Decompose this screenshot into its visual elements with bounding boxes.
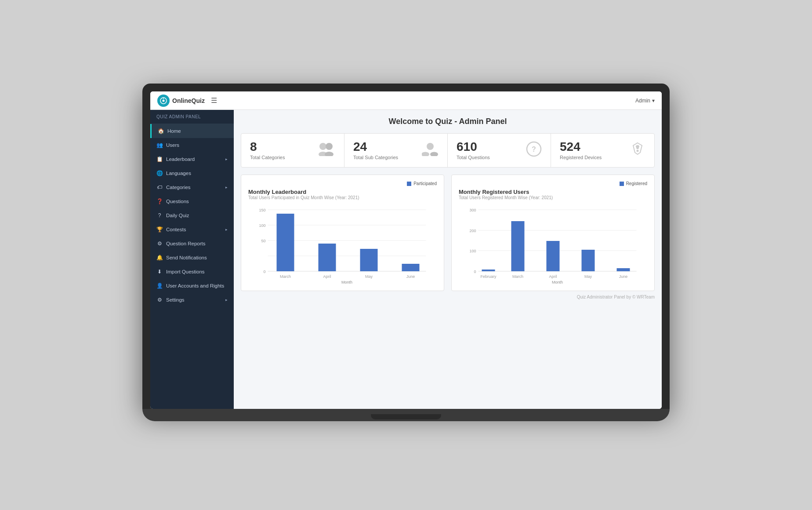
sidebar-item-settings-left: ⚙ Settings (156, 297, 185, 303)
svg-text:100: 100 (259, 223, 265, 228)
stat-number-questions: 610 (457, 141, 490, 153)
stat-label-categories: Total Categories (250, 155, 285, 160)
leaderboard-icon: 📋 (156, 156, 163, 162)
leaderboard-chart-svg: 150 100 50 0 (248, 205, 437, 284)
app-name: OnlineQuiz (172, 97, 205, 104)
settings-icon: ⚙ (156, 297, 163, 303)
admin-label: Admin (635, 98, 650, 104)
contests-arrow: ▸ (225, 227, 228, 232)
content-area: Welcome to Quiz - Admin Panel 8 Total Ca… (234, 110, 662, 409)
admin-menu[interactable]: Admin ▾ (635, 98, 655, 104)
legend-label-participated: Participated (413, 181, 437, 186)
sidebar-item-user-accounts-left: 👤 User Accounts and Rights (156, 283, 224, 289)
sidebar-item-categories[interactable]: 🏷 Categories ▸ (150, 180, 234, 194)
chart-title-leaderboard: Monthly Leaderboard (248, 189, 437, 195)
hamburger-icon[interactable]: ☰ (211, 96, 217, 105)
svg-text:300: 300 (469, 208, 476, 212)
daily-quiz-icon: ? (156, 212, 163, 219)
svg-point-7 (427, 143, 434, 150)
laptop-base (142, 409, 670, 421)
sidebar-item-languages-left: 🌐 Languages (156, 170, 191, 176)
stat-icon-devices (630, 141, 645, 160)
sidebar-item-leaderboard[interactable]: 📋 Leaderboard ▸ (150, 152, 234, 166)
stat-icon-categories (319, 142, 335, 159)
sidebar-header: Quiz Admin Panel (150, 110, 234, 124)
svg-text:June: June (619, 274, 628, 279)
sidebar-item-question-reports-left: ⚙ Question Reports (156, 240, 206, 247)
bar-march (277, 214, 294, 271)
sidebar-label-question-reports: Question Reports (166, 241, 206, 246)
sidebar-item-send-notifications[interactable]: 🔔 Send Notifications (150, 251, 234, 265)
sidebar-item-user-accounts[interactable]: 👤 User Accounts and Rights (150, 279, 234, 293)
sidebar-item-contests[interactable]: 🏆 Contests ▸ (150, 222, 234, 237)
svg-point-8 (422, 152, 429, 156)
charts-row: Participated Monthly Leaderboard Total U… (241, 175, 655, 291)
logo-icon (157, 95, 170, 107)
svg-point-1 (163, 99, 165, 102)
logo-area: OnlineQuiz (157, 95, 205, 107)
sidebar-label-leaderboard: Leaderboard (166, 157, 195, 162)
svg-text:February: February (480, 274, 497, 279)
import-questions-icon: ⬇ (156, 269, 163, 275)
settings-arrow: ▸ (225, 298, 228, 302)
sidebar-item-categories-left: 🏷 Categories (156, 184, 191, 190)
sidebar-label-categories: Categories (166, 185, 191, 190)
chart-area-registered: 300 200 100 0 (459, 205, 647, 284)
sidebar-item-settings[interactable]: ⚙ Settings ▸ (150, 293, 234, 307)
chart-subtitle-registered: Total Users Registered Month Wise (Year:… (459, 195, 647, 200)
bar-may-reg (582, 250, 595, 271)
bar-june (402, 264, 420, 271)
main-layout: Quiz Admin Panel 🏠 Home 👥 Users (150, 110, 662, 409)
bar-april-reg (547, 241, 560, 271)
page-title: Welcome to Quiz - Admin Panel (241, 117, 655, 126)
stat-label-devices: Registered Devices (560, 155, 602, 160)
sidebar-item-users[interactable]: 👥 Users (150, 138, 234, 152)
stat-icon-sub-categories (422, 142, 439, 159)
svg-text:March: March (280, 274, 291, 279)
categories-icon: 🏷 (156, 184, 163, 190)
svg-text:March: March (512, 274, 523, 279)
sidebar-label-users: Users (166, 142, 179, 148)
chart-card-leaderboard: Participated Monthly Leaderboard Total U… (241, 175, 444, 291)
sidebar-item-send-notifications-left: 🔔 Send Notifications (156, 255, 207, 261)
user-accounts-icon: 👤 (156, 283, 163, 289)
svg-point-9 (430, 152, 438, 156)
stat-number-sub-categories: 24 (353, 141, 398, 153)
chart-legend-leaderboard: Participated (248, 181, 437, 186)
top-navbar: OnlineQuiz ☰ Admin ▾ (150, 91, 662, 110)
sidebar-label-contests: Contests (166, 227, 186, 232)
sidebar-item-questions[interactable]: ❓ Questions (150, 194, 234, 208)
stat-icon-questions: ? (526, 141, 542, 160)
svg-text:June: June (406, 274, 415, 279)
app-container: OnlineQuiz ☰ Admin ▾ Quiz Admin Panel (150, 91, 662, 409)
bar-may (360, 249, 378, 271)
sidebar-item-daily-quiz[interactable]: ? Daily Quiz (150, 208, 234, 222)
stat-label-questions: Total Questions (457, 155, 490, 160)
svg-text:0: 0 (263, 270, 265, 274)
sidebar-item-contests-left: 🏆 Contests (156, 226, 186, 233)
sidebar-item-languages[interactable]: 🌐 Languages (150, 166, 234, 180)
svg-text:April: April (549, 274, 557, 279)
svg-point-3 (319, 143, 326, 150)
stat-number-devices: 524 (560, 141, 602, 153)
stats-row: 8 Total Categories (241, 133, 655, 168)
chart-area-leaderboard: 150 100 50 0 (248, 205, 437, 284)
laptop-wrapper: OnlineQuiz ☰ Admin ▾ Quiz Admin Panel (142, 84, 670, 426)
content-footer: Quiz Administrator Panel by © WRTeam (241, 291, 655, 299)
stat-info-categories: 8 Total Categories (250, 141, 285, 160)
stat-card-devices: 524 Registered Devices (551, 134, 654, 167)
svg-point-6 (325, 152, 334, 156)
sidebar-item-question-reports[interactable]: ⚙ Question Reports (150, 237, 234, 251)
sidebar-label-send-notifications: Send Notifications (166, 255, 207, 260)
sidebar-item-home[interactable]: 🏠 Home (150, 124, 234, 138)
sidebar-item-questions-left: ❓ Questions (156, 198, 189, 204)
svg-text:0: 0 (474, 270, 476, 274)
bar-june-reg (617, 268, 630, 271)
sidebar-label-settings: Settings (166, 297, 185, 302)
svg-text:50: 50 (261, 239, 265, 243)
footer-text: Quiz Administrator Panel by © WRTeam (577, 295, 655, 299)
sidebar-item-import-questions[interactable]: ⬇ Import Questions (150, 265, 234, 279)
sidebar-label-import-questions: Import Questions (166, 269, 205, 274)
legend-dot-registered (620, 182, 624, 186)
questions-icon: ❓ (156, 198, 163, 204)
